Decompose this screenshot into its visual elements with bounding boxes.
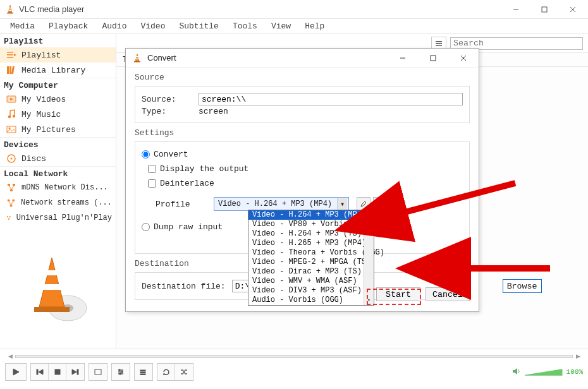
mute-icon[interactable] — [512, 367, 521, 378]
svg-rect-2 — [9, 9, 12, 11]
sidebar-header-my-computer: My Computer — [0, 78, 116, 92]
loop-button[interactable] — [157, 364, 175, 380]
menu-playback[interactable]: Playback — [42, 20, 94, 32]
scroll-up-icon[interactable]: ▴ — [364, 210, 374, 220]
close-button[interactable] — [558, 1, 587, 18]
convert-radio[interactable]: Convert — [142, 150, 188, 159]
svg-rect-40 — [436, 41, 442, 42]
volume-slider[interactable] — [525, 368, 563, 376]
menu-subtitle[interactable]: Subtitle — [173, 20, 224, 32]
svg-marker-45 — [39, 258, 64, 307]
maximize-button[interactable] — [530, 1, 558, 18]
profile-option[interactable]: Video - H.264 + MP3 (MP4) — [248, 210, 364, 220]
svg-rect-3 — [7, 13, 13, 14]
dialog-title: Convert — [147, 53, 176, 63]
sidebar-item-my-music[interactable]: My Music — [0, 107, 116, 122]
start-button[interactable]: Start — [376, 287, 420, 301]
playlist-button[interactable] — [134, 363, 153, 381]
scroll-down-icon[interactable]: ▾ — [364, 295, 374, 305]
sidebar-item-my-videos[interactable]: My Videos — [0, 92, 116, 107]
volume-percent: 100% — [567, 368, 583, 376]
profile-option[interactable]: Video - H.265 + MP3 (MP4) — [248, 239, 364, 248]
svg-rect-52 — [55, 369, 60, 374]
minimize-button[interactable] — [501, 1, 530, 18]
next-button[interactable] — [66, 364, 84, 380]
menu-help[interactable]: Help — [298, 20, 331, 32]
stop-button[interactable] — [49, 364, 66, 380]
dialog-maximize-button[interactable] — [420, 49, 446, 67]
play-button[interactable] — [5, 363, 27, 381]
seek-end-handle[interactable]: ▶ — [573, 353, 583, 359]
menu-media[interactable]: Media — [4, 20, 41, 32]
profile-option[interactable]: Video - H.264 + MP3 (TS) — [248, 229, 364, 239]
sidebar-item-my-pictures[interactable]: My Pictures — [0, 122, 116, 137]
chevron-down-icon: ▾ — [337, 198, 347, 210]
svg-line-28 — [9, 186, 11, 189]
profile-option[interactable]: Video - MPEG-2 + MPGA (TS) — [248, 258, 364, 267]
dropdown-scrollbar[interactable]: ▴ ▾ — [364, 210, 374, 305]
sidebar-item-playlist[interactable]: Playlist — [0, 47, 116, 63]
menu-view[interactable]: View — [265, 20, 297, 32]
profile-option[interactable]: Video - VP80 + Vorbis (Webm) — [248, 220, 364, 229]
svg-point-22 — [9, 128, 11, 129]
type-value: screen — [199, 107, 228, 116]
browse-button[interactable]: Browse — [503, 279, 542, 293]
profile-delete-button[interactable]: ✕ — [373, 197, 387, 211]
sidebar-item-upnp[interactable]: Universal Plug'n'Play — [0, 210, 116, 225]
svg-rect-36 — [9, 216, 11, 217]
playback-bar: ◀ ▶ 100% — [0, 349, 588, 389]
extended-settings-button[interactable] — [111, 363, 130, 381]
sidebar-item-mdns[interactable]: mDNS Network Dis... — [0, 180, 116, 195]
profile-new-button[interactable] — [389, 197, 403, 211]
profile-edit-button[interactable] — [357, 197, 371, 211]
source-input[interactable] — [199, 93, 463, 105]
svg-marker-65 — [163, 374, 165, 375]
svg-rect-68 — [136, 56, 138, 57]
sidebar-item-media-library[interactable]: Media Library — [0, 63, 116, 78]
menu-audio[interactable]: Audio — [95, 20, 133, 32]
deinterlace-checkbox[interactable]: Deinterlace — [148, 179, 214, 188]
fullscreen-button[interactable] — [89, 363, 107, 381]
sidebar-item-network-streams[interactable]: Network streams (... — [0, 195, 116, 210]
display-output-checkbox[interactable]: Display the output — [148, 164, 248, 174]
network-icon — [6, 213, 11, 223]
svg-rect-26 — [13, 184, 15, 186]
seek-start-handle[interactable]: ◀ — [5, 353, 15, 359]
profile-label: Profile — [156, 200, 206, 209]
previous-button[interactable] — [31, 364, 49, 380]
dialog-close-button[interactable] — [451, 49, 476, 67]
svg-line-34 — [11, 201, 13, 205]
svg-line-39 — [9, 217, 10, 219]
cancel-button[interactable]: Cancel — [426, 287, 470, 301]
svg-rect-47 — [42, 284, 61, 290]
profile-select[interactable]: Video - H.264 + MP3 (MP4) ▾ — [214, 197, 349, 211]
sidebar-header-devices: Devices — [0, 137, 116, 151]
network-icon — [6, 183, 16, 193]
svg-rect-62 — [140, 370, 145, 371]
sidebar-item-label: My Videos — [21, 95, 66, 104]
svg-marker-53 — [72, 369, 77, 374]
profile-dropdown[interactable]: Video - H.264 + MP3 (MP4) Video - VP80 +… — [248, 210, 374, 306]
shuffle-button[interactable] — [175, 364, 193, 380]
menu-tools[interactable]: Tools — [226, 20, 264, 32]
menu-video[interactable]: Video — [134, 20, 171, 32]
profile-option[interactable]: Video - DIV3 + MP3 (ASF) — [248, 286, 364, 296]
dump-raw-radio[interactable]: Dump raw input — [142, 222, 223, 232]
profile-option[interactable]: Audio - Vorbis (OGG) — [248, 296, 364, 305]
svg-rect-37 — [8, 218, 9, 219]
profile-option[interactable]: Video - Dirac + MP3 (TS) — [248, 267, 364, 277]
dialog-minimize-button[interactable] — [390, 49, 415, 67]
svg-point-19 — [13, 115, 15, 117]
svg-rect-8 — [7, 52, 13, 53]
svg-line-29 — [11, 186, 14, 189]
profile-option[interactable]: Video - Theora + Vorbis (OGG) — [248, 248, 364, 258]
sidebar-item-discs[interactable]: Discs — [0, 151, 116, 166]
playlist-icon — [6, 50, 16, 60]
skip-group — [30, 363, 85, 381]
music-icon — [6, 109, 16, 119]
seek-bar[interactable]: ◀ ▶ — [5, 353, 583, 359]
svg-rect-42 — [436, 45, 442, 46]
sidebar-header-local-network: Local Network — [0, 166, 116, 180]
sidebar-item-label: Universal Plug'n'Play — [16, 213, 112, 222]
profile-option[interactable]: Video - WMV + WMA (ASF) — [248, 277, 364, 286]
